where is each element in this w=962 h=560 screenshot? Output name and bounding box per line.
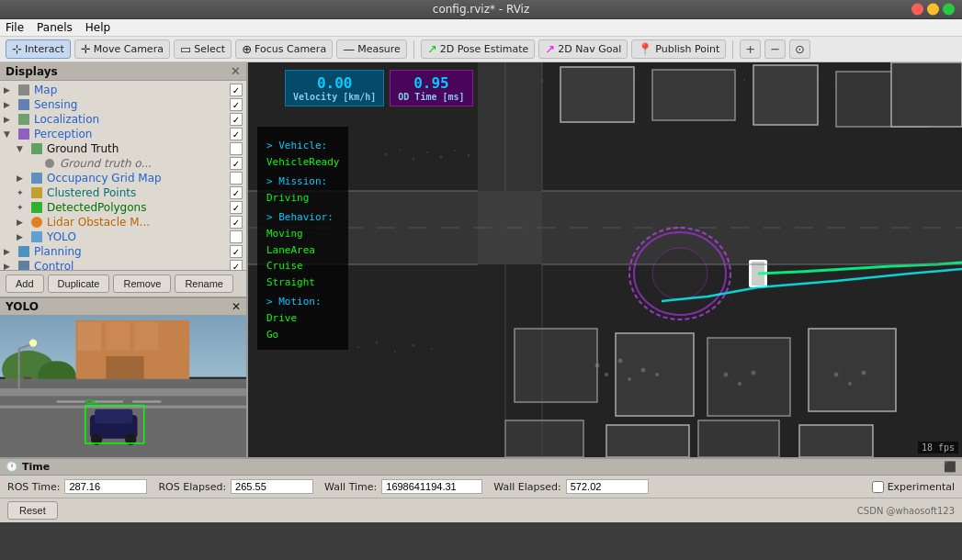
rename-button[interactable]: Rename	[175, 274, 233, 293]
localization-checkbox[interactable]: ✓	[230, 113, 243, 126]
yolo-sub-expand-arrow: ▶	[17, 232, 29, 241]
svg-rect-58	[891, 62, 962, 127]
window-title: config.rviz* - RViz	[433, 3, 529, 16]
svg-rect-63	[505, 420, 583, 457]
od-time-label: OD Time [ms]	[398, 92, 464, 102]
tree-item-perception[interactable]: ▼ Perception ✓	[0, 127, 246, 141]
close-button[interactable]	[911, 4, 923, 16]
tree-item-clustered-points[interactable]: ✦ Clustered Points ✓	[0, 185, 246, 200]
menu-panels[interactable]: Panels	[37, 21, 73, 34]
detected-checkbox[interactable]: ✓	[230, 201, 243, 214]
svg-rect-59	[515, 329, 597, 402]
measure-button[interactable]: — Measure	[336, 39, 407, 59]
lidar-color-icon	[29, 216, 44, 229]
yolo-street-scene: Car	[0, 316, 246, 457]
viewport[interactable]: > Vehicle: VehicleReady > Mission: Drivi…	[248, 62, 962, 457]
tree-item-lidar-obstacle[interactable]: ▶ Lidar Obstacle M... ✓	[0, 215, 246, 230]
svg-rect-16	[95, 409, 132, 423]
occupancy-expand-arrow: ▶	[17, 174, 29, 183]
interact-label: Interact	[25, 43, 64, 55]
experimental-label: Experimental	[888, 481, 955, 493]
maximize-button[interactable]	[943, 4, 955, 16]
lidar-checkbox[interactable]: ✓	[230, 216, 243, 229]
localization-expand-arrow: ▶	[4, 115, 17, 124]
ground-truth-label: Ground Truth	[47, 142, 226, 155]
ros-elapsed-input[interactable]	[231, 479, 313, 494]
svg-point-92	[738, 382, 741, 386]
svg-rect-3	[106, 322, 130, 351]
add-icon-button[interactable]: +	[740, 39, 761, 59]
svg-point-73	[399, 149, 401, 151]
publish-point-label: Publish Point	[655, 43, 719, 55]
ground-truth-checkbox[interactable]	[230, 142, 243, 155]
control-checkbox[interactable]: ✓	[230, 260, 243, 270]
svg-point-38	[743, 79, 745, 81]
wall-elapsed-input[interactable]	[566, 479, 649, 494]
svg-rect-60	[616, 333, 694, 416]
minimize-button[interactable]	[927, 4, 939, 16]
2d-pose-button[interactable]: ↗ 2D Pose Estimate	[421, 39, 535, 59]
cluster-checkbox[interactable]: ✓	[230, 186, 243, 199]
yolo-close-icon[interactable]: ✕	[232, 300, 241, 313]
2d-nav-button[interactable]: ↗ 2D Nav Goal	[538, 39, 628, 59]
displays-panel: Displays ✕ ▶ Map ✓ ▶ Sensing ✓	[0, 62, 246, 297]
svg-text:Car: Car	[86, 398, 97, 406]
tree-item-ground-truth[interactable]: ▼ Ground Truth	[0, 141, 246, 156]
planning-checkbox[interactable]: ✓	[230, 245, 243, 258]
velocity-label: Velocity [km/h]	[293, 92, 376, 102]
experimental-checkbox[interactable]	[872, 481, 884, 493]
tree-item-ground-truth-o[interactable]: Ground truth o... ✓	[0, 156, 246, 171]
yolo-sub-checkbox[interactable]	[230, 230, 243, 243]
displays-close-icon[interactable]: ✕	[231, 64, 241, 78]
tree-item-localization[interactable]: ▶ Localization ✓	[0, 112, 246, 127]
localization-label: Localization	[34, 113, 226, 126]
menu-file[interactable]: File	[6, 21, 24, 34]
map-checkbox[interactable]: ✓	[230, 84, 243, 96]
svg-point-81	[376, 342, 379, 344]
wall-time-label: Wall Time:	[324, 481, 377, 493]
displays-tree[interactable]: ▶ Map ✓ ▶ Sensing ✓ ▶ Localization	[0, 81, 246, 270]
tree-item-yolo-sub[interactable]: ▶ YOLO	[0, 230, 246, 244]
2d-nav-icon: ↗	[545, 42, 555, 56]
map-color-icon	[17, 84, 31, 96]
ground-truth-o-checkbox[interactable]: ✓	[230, 157, 243, 170]
title-bar: config.rviz* - RViz	[0, 0, 962, 19]
wall-time-input[interactable]	[381, 479, 482, 494]
interact-button[interactable]: ⊹ Interact	[6, 39, 71, 59]
fps-badge: 18 fps	[918, 442, 958, 454]
add-button[interactable]: Add	[6, 274, 44, 293]
focus-camera-button[interactable]: ⊕ Focus Camera	[235, 39, 333, 59]
reset-button[interactable]: Reset	[7, 501, 58, 520]
tree-item-detected-polygons[interactable]: ✦ DetectedPolygons ✓	[0, 200, 246, 215]
vehicle-value: VehicleReady	[266, 154, 339, 171]
ground-truth-expand-arrow: ▼	[17, 144, 29, 153]
svg-rect-56	[753, 65, 818, 125]
duplicate-button[interactable]: Duplicate	[48, 274, 110, 293]
publish-point-button[interactable]: 📍 Publish Point	[631, 39, 726, 59]
sensing-checkbox[interactable]: ✓	[230, 98, 243, 111]
ros-elapsed-field: ROS Elapsed:	[158, 479, 313, 494]
perception-checkbox[interactable]: ✓	[230, 128, 243, 140]
tree-item-map[interactable]: ▶ Map ✓	[0, 83, 246, 97]
motion-value2: Go	[266, 327, 339, 343]
interact-icon: ⊹	[12, 42, 22, 56]
menu-help[interactable]: Help	[85, 21, 110, 34]
svg-point-91	[724, 373, 729, 377]
time-expand-icon[interactable]: ⬛	[944, 461, 956, 473]
remove-button[interactable]: Remove	[113, 274, 171, 293]
tree-item-occupancy-grid-map[interactable]: ▶ Occupancy Grid Map	[0, 171, 246, 185]
select-button[interactable]: ▭ Select	[174, 39, 232, 59]
velocity-box: 0.00 Velocity [km/h]	[285, 70, 384, 106]
move-camera-label: Move Camera	[94, 43, 164, 55]
occupancy-checkbox[interactable]	[230, 172, 243, 185]
tree-item-planning[interactable]: ▶ Planning ✓	[0, 244, 246, 259]
ros-time-input[interactable]	[64, 479, 147, 494]
center-icon-button[interactable]: ⊙	[789, 39, 810, 59]
perception-label: Perception	[34, 128, 226, 140]
tree-item-control[interactable]: ▶ Control ✓	[0, 259, 246, 270]
move-camera-button[interactable]: ✛ Move Camera	[74, 39, 170, 59]
tree-item-sensing[interactable]: ▶ Sensing ✓	[0, 97, 246, 112]
minus-icon-button[interactable]: −	[764, 39, 786, 59]
focus-camera-label: Focus Camera	[255, 43, 326, 55]
control-expand-arrow: ▶	[4, 262, 17, 270]
